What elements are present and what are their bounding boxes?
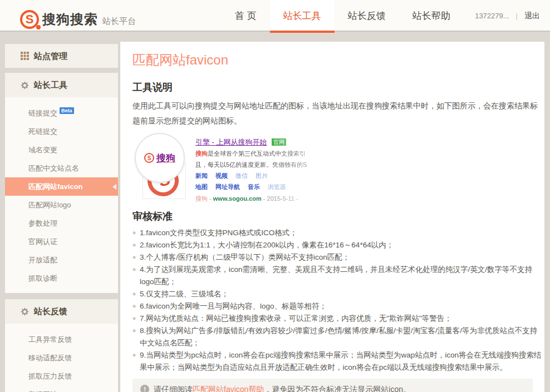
example-result-desc-line1: 搜狗是全球首个第三代互动式中文搜索引 xyxy=(195,149,362,158)
diamond-bullet-icon: ◆ xyxy=(132,264,136,276)
tool-description-heading: 工具说明 xyxy=(132,81,544,94)
review-rule: ◆8.搜狗认为网站广告多/排版错乱/有效内容较少/弹窗过多/色情/赌博/按摩/私… xyxy=(132,325,542,349)
sidebar-section-feedback: 站长反馈 工具异常反馈 移动适配反馈 抓取压力反馈 举报网站 xyxy=(4,299,119,392)
diamond-bullet-icon: ◆ xyxy=(132,227,136,239)
example-url: www.sogou.com xyxy=(213,195,262,202)
review-rule-text: 8.搜狗认为网站广告多/排版错乱/有效内容较少/弹窗过多/色情/赌博/按摩/私服… xyxy=(140,326,537,347)
diamond-bullet-icon: ◆ xyxy=(132,349,136,361)
example-sitelinks-row2: 地图网址导航音乐浏览器 xyxy=(195,182,362,192)
nav-webmaster-help[interactable]: 站长帮助 xyxy=(399,0,464,32)
sidebar-item-mobile-adapt-feedback[interactable]: 移动适配反馈 xyxy=(5,349,118,367)
selected-arrow-icon xyxy=(112,184,116,190)
sidebar-item-match-cn-sitename[interactable]: 匹配中文站点名 xyxy=(5,159,118,177)
review-rule-text: 6.favicon为全网唯一且与网站内容、logo、标题等相符； xyxy=(140,302,327,310)
review-standard-heading: 审核标准 xyxy=(132,210,544,223)
logout-link[interactable]: 退出 xyxy=(524,11,540,21)
diamond-bullet-icon: ◆ xyxy=(132,300,136,312)
sidebar-header-tools[interactable]: 站长工具 xyxy=(5,73,118,97)
sidebar-title: 站长工具 xyxy=(34,73,67,97)
diamond-bullet-icon: ◆ xyxy=(132,312,136,325)
example-result-title: 引擎 - 上网从搜狗开始 官网 xyxy=(195,137,362,147)
example-sitelink: 图片 xyxy=(256,172,268,179)
sidebar-item-match-logo[interactable]: 匹配网站logo xyxy=(5,196,118,214)
example-site-name: 搜狗 xyxy=(156,152,175,165)
official-site-badge: 官网 xyxy=(272,138,286,146)
example-url-site: 搜狗 xyxy=(195,195,208,202)
review-rule: ◆4.为了达到展现美观需求，icon需清晰、完整、美观且不支持二维码，并且未经艺… xyxy=(132,264,542,288)
sidebar-item-crawl-diagnose[interactable]: 抓取诊断 xyxy=(5,269,118,287)
help-note-text: 请仔细阅读匹配网站favicon帮助，避免因为不符合标准无法显示网站icon。 xyxy=(154,384,411,392)
example-desc-text: 是全球首个第三代互动式中文搜索引 xyxy=(208,150,306,157)
sidebar-section-tools: 站长工具 链接提交Beta 死链提交 域名变更 匹配中文站点名 匹配网站favi… xyxy=(4,72,119,294)
logo-subtitle: 站长平台 xyxy=(102,16,136,27)
example-result-url-line: 搜狗 - www.sogou.com - 2015-5-11 - xyxy=(195,194,362,203)
magnifier-circle: S 搜狗 xyxy=(135,133,185,183)
sidebar-item-tool-error-feedback[interactable]: 工具异常反馈 xyxy=(5,330,118,349)
review-rule: ◆7.网站为优质站点：网站已被搜狗搜索收录，可以正常浏览，内容优质，无"欺诈网站… xyxy=(132,312,542,325)
sidebar-header-site-manage[interactable]: 站点管理 xyxy=(5,44,118,68)
example-sitelink: 新闻 xyxy=(195,172,208,179)
example-favicon-icon: S xyxy=(144,153,154,163)
review-rule-text: 4.为了达到展现美观需求，icon需清晰、完整、美观且不支持二维码，并且未经艺术… xyxy=(140,265,532,286)
sidebar-item-label: 链接提交 xyxy=(28,109,57,117)
sidebar-item-deadlink-submit[interactable]: 死链提交 xyxy=(5,122,118,141)
nav-home[interactable]: 首 页 xyxy=(222,0,270,32)
review-rule-text: 1.favicon文件类型仅支持PNG格式或ICO格式； xyxy=(140,229,297,237)
nav-webmaster-feedback[interactable]: 站长反馈 xyxy=(335,0,399,32)
sidebar-item-domain-change[interactable]: 域名变更 xyxy=(5,141,118,159)
sidebar-item-official-cert[interactable]: 官网认证 xyxy=(5,232,118,251)
example-result-title-link: 引擎 - 上网从搜狗开始 xyxy=(195,138,267,146)
example-url-sep: - xyxy=(263,195,266,202)
sidebar-item-param-handle[interactable]: 参数处理 xyxy=(5,214,118,232)
review-standard-list: ◆1.favicon文件类型仅支持PNG格式或ICO格式； ◆2.favicon… xyxy=(132,227,542,374)
sogou-logo[interactable]: S 搜狗搜索 站长平台 xyxy=(20,5,136,28)
review-rule: ◆5.仅支持二级、三级域名； xyxy=(132,288,542,300)
sidebar-item-crawl-pressure-feedback[interactable]: 抓取压力反馈 xyxy=(5,367,118,385)
user-id[interactable]: 1372279... xyxy=(475,12,509,20)
review-rule: ◆2.favicon长宽比为1:1，大小请控制在200k以内，像素在16*16～… xyxy=(132,239,542,251)
sidebar-item-link-submit[interactable]: 链接提交Beta xyxy=(5,104,118,122)
note-suffix: ，避免因为不符合标准无法显示网站icon。 xyxy=(264,385,411,392)
sidebar-item-report-site[interactable]: 举报网站 xyxy=(5,385,118,392)
diamond-bullet-icon: ◆ xyxy=(132,325,136,337)
tool-description-text: 使用此工具可以向搜狗提交与网站地址匹配的图标，当该地址出现在搜狗搜索结果中时，如… xyxy=(132,98,540,128)
gear-icon xyxy=(21,307,29,316)
favicon-example-image: S S 搜狗 引擎 - 上网从搜狗开始 官网 搜狗是全球首个第三代互动式中文搜索… xyxy=(132,133,366,201)
example-result-desc-line2: 且，每天以5亿的速度更新。凭借独有的S xyxy=(195,160,362,170)
note-prefix: 请仔细阅读 xyxy=(154,385,193,392)
example-keyword: 搜狗 xyxy=(195,150,208,157)
review-rule: ◆3.个人博客/医疗机构（二级甲等以下）类网站不支持icon匹配； xyxy=(132,251,542,264)
main-content: 匹配网站favicon 工具说明 使用此工具可以向搜狗提交与网站地址匹配的图标，… xyxy=(120,42,544,392)
diamond-bullet-icon: ◆ xyxy=(132,239,136,251)
review-rule-text: 3.个人博客/医疗机构（二级甲等以下）类网站不支持icon匹配； xyxy=(140,253,350,261)
sidebar-header-feedback[interactable]: 站长反馈 xyxy=(5,299,118,324)
sidebar-item-open-adapt[interactable]: 开放适配 xyxy=(5,251,118,269)
example-sitelink: 浏览器 xyxy=(268,183,286,190)
example-sitelinks-row1: 新闻视频微信图片 xyxy=(195,171,362,181)
page-title: 匹配网站favicon xyxy=(132,52,544,68)
sidebar-item-match-favicon[interactable]: 匹配网站favicon xyxy=(5,177,118,196)
example-sitelink: 音乐 xyxy=(248,183,260,190)
user-area: 1372279... | 退出 xyxy=(475,0,540,32)
review-rule-text: 5.仅支持二级、三级域名； xyxy=(140,290,229,298)
top-header: S 搜狗搜索 站长平台 首 页 站长工具 站长反馈 站长帮助 1372279..… xyxy=(0,0,550,32)
divider: | xyxy=(516,12,518,20)
grid-icon xyxy=(21,52,29,60)
diamond-bullet-icon: ◆ xyxy=(132,251,136,264)
review-rule: ◆1.favicon文件类型仅支持PNG格式或ICO格式； xyxy=(132,227,542,239)
review-rule: ◆9.当网站类型为pc站点时，icon将会在pc端搜狗搜索结果中展示；当网站类型… xyxy=(132,349,542,374)
nav-webmaster-tools[interactable]: 站长工具 xyxy=(270,0,335,33)
example-sitelink: 地图 xyxy=(195,183,208,190)
review-rule-text: 7.网站为优质站点：网站已被搜狗搜索收录，可以正常浏览，内容优质，无"欺诈网站"… xyxy=(140,314,452,322)
main-nav: 首 页 站长工具 站长反馈 站长帮助 xyxy=(222,0,464,32)
gear-icon xyxy=(21,81,29,90)
alert-icon: ! xyxy=(140,385,149,392)
example-date: 2015-5-11 - xyxy=(267,195,298,202)
logo-text: 搜狗搜索 xyxy=(42,11,98,28)
example-url-sep: - xyxy=(209,195,212,202)
example-sitelink: 网址导航 xyxy=(215,183,240,190)
review-rule: ◆6.favicon为全网唯一且与网站内容、logo、标题等相符； xyxy=(132,300,542,312)
favicon-help-link[interactable]: 匹配网站favicon帮助 xyxy=(193,385,264,392)
sogou-s-icon: S xyxy=(20,10,39,29)
diamond-bullet-icon: ◆ xyxy=(132,288,136,300)
